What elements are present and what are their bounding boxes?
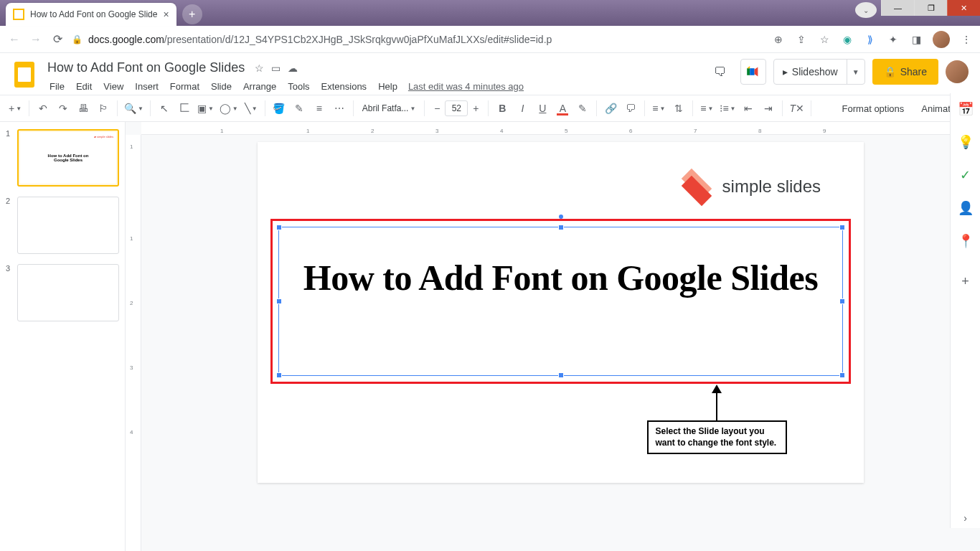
comments-button[interactable]: 🗨 <box>707 59 733 85</box>
maps-icon[interactable]: 📍 <box>958 234 973 248</box>
clear-format-button[interactable]: T✕ <box>787 99 806 118</box>
menu-view[interactable]: View <box>98 78 128 95</box>
move-icon[interactable]: ▭ <box>271 62 281 74</box>
italic-button[interactable]: I <box>513 99 532 118</box>
thumbnail-2[interactable]: 2 <box>6 197 119 254</box>
undo-button[interactable]: ↶ <box>34 99 52 118</box>
slides-logo-icon[interactable] <box>11 62 37 88</box>
menu-arrange[interactable]: Arrange <box>238 78 281 95</box>
cloud-status-icon[interactable]: ☁ <box>288 62 298 74</box>
window-close-button[interactable]: ✕ <box>947 0 980 16</box>
nav-forward-icon[interactable]: → <box>29 32 43 47</box>
add-addon-icon[interactable]: + <box>958 274 973 288</box>
decrease-indent-button[interactable]: ⇤ <box>739 99 758 118</box>
fill-color-button[interactable]: 🪣 <box>270 99 288 118</box>
extension-cast-icon[interactable]: ⟫ <box>864 33 877 46</box>
line-button[interactable]: ╲▼ <box>242 99 260 118</box>
print-button[interactable]: 🖶 <box>74 99 93 118</box>
bold-button[interactable]: B <box>493 99 512 118</box>
account-avatar[interactable] <box>946 60 969 83</box>
rotate-handle[interactable] <box>559 215 563 219</box>
font-size-input[interactable]: 52 <box>445 100 468 116</box>
slide-title-text[interactable]: How to Add Font on Google Slides <box>279 227 842 328</box>
numbered-list-button[interactable]: ≡▼ <box>697 99 716 118</box>
textbox-button[interactable]: ⼕ <box>175 99 194 118</box>
resize-handle-bc[interactable] <box>558 372 564 378</box>
chrome-menu-icon[interactable]: ⋮ <box>960 33 973 46</box>
link-button[interactable]: 🔗 <box>601 99 620 118</box>
share-button[interactable]: 🔒Share <box>872 59 938 85</box>
calendar-icon[interactable]: 📅 <box>958 102 973 116</box>
url-field[interactable]: 🔒 docs.google.com/presentation/d/12J_S4Y… <box>72 34 765 45</box>
thumbnail-3[interactable]: 3 <box>6 264 119 321</box>
zoom-icon[interactable]: ⊕ <box>772 33 785 46</box>
underline-button[interactable]: U <box>533 99 552 118</box>
selected-text-frame[interactable]: How to Add Font on Google Slides <box>278 227 843 376</box>
share-page-icon[interactable]: ⇪ <box>795 33 808 46</box>
browser-tab[interactable]: How to Add Font on Google Slide × <box>6 3 176 26</box>
font-size-increase-button[interactable]: + <box>468 100 484 117</box>
align-button[interactable]: ≡▼ <box>649 99 668 118</box>
increase-indent-button[interactable]: ⇥ <box>759 99 778 118</box>
comment-button[interactable]: 🗩 <box>621 99 640 118</box>
line-spacing-button[interactable]: ⇅ <box>669 99 688 118</box>
border-color-button[interactable]: ✎ <box>290 99 308 118</box>
window-minimize-button[interactable]: — <box>881 0 914 16</box>
document-title[interactable]: How to Add Font on Google Slides <box>44 59 248 77</box>
border-weight-button[interactable]: ≡ <box>310 99 329 118</box>
bulleted-list-button[interactable]: ⁝≡▼ <box>717 99 738 118</box>
keep-icon[interactable]: 💡 <box>958 135 973 149</box>
profile-avatar[interactable] <box>933 31 950 48</box>
image-button[interactable]: ▣▼ <box>195 99 216 118</box>
tasks-icon[interactable]: ✓ <box>958 168 973 182</box>
slideshow-button[interactable]: ▸Slideshow ▼ <box>773 59 865 85</box>
redo-button[interactable]: ↷ <box>54 99 72 118</box>
select-tool-button[interactable]: ↖ <box>155 99 174 118</box>
vertical-ruler[interactable]: 1 1 2 3 4 <box>126 135 141 551</box>
resize-handle-tr[interactable] <box>839 225 845 230</box>
resize-handle-bl[interactable] <box>276 372 282 378</box>
extension-grammarly-icon[interactable]: ◉ <box>841 33 854 46</box>
contacts-icon[interactable]: 👤 <box>958 201 973 215</box>
slideshow-dropdown-icon[interactable]: ▼ <box>847 68 864 76</box>
menu-format[interactable]: Format <box>165 78 204 95</box>
slide-canvas[interactable]: simple slides How to Add Font on Google … <box>258 142 864 483</box>
canvas-scroll[interactable]: simple slides How to Add Font on Google … <box>141 135 980 551</box>
nav-reload-icon[interactable]: ⟳ <box>50 32 65 47</box>
star-icon[interactable]: ☆ <box>255 62 264 74</box>
bookmark-icon[interactable]: ☆ <box>818 33 831 46</box>
format-options-button[interactable]: Format options <box>837 103 910 114</box>
resize-handle-mr[interactable] <box>839 298 845 304</box>
meet-button[interactable] <box>740 59 766 85</box>
resize-handle-ml[interactable] <box>276 298 282 304</box>
font-selector[interactable]: Abril Fatfa...▼ <box>358 99 420 118</box>
paint-format-button[interactable]: 🏳 <box>94 99 113 118</box>
extensions-icon[interactable]: ✦ <box>887 33 900 46</box>
new-tab-button[interactable]: + <box>182 4 202 24</box>
nav-back-icon[interactable]: ← <box>7 32 22 47</box>
shape-button[interactable]: ◯▼ <box>217 99 240 118</box>
resize-handle-br[interactable] <box>839 372 845 378</box>
menu-edit[interactable]: Edit <box>71 78 97 95</box>
text-color-button[interactable]: A <box>553 99 572 118</box>
chrome-account-icon[interactable]: ⌄ <box>855 2 877 18</box>
resize-handle-tc[interactable] <box>558 225 564 230</box>
new-slide-button[interactable]: +▼ <box>6 99 24 118</box>
menu-extensions[interactable]: Extensions <box>316 78 372 95</box>
last-edit-link[interactable]: Last edit was 4 minutes ago <box>408 81 524 92</box>
zoom-button[interactable]: 🔍▼ <box>122 99 146 118</box>
menu-insert[interactable]: Insert <box>130 78 164 95</box>
menu-tools[interactable]: Tools <box>283 78 314 95</box>
window-maximize-button[interactable]: ❐ <box>914 0 947 16</box>
side-panel-icon[interactable]: ◨ <box>910 33 923 46</box>
resize-handle-tl[interactable] <box>276 225 282 230</box>
horizontal-ruler[interactable]: 1 1 2 3 4 5 6 7 8 9 <box>141 122 980 135</box>
thumbnail-1[interactable]: 1 ▰ simple slidesHow to Add Font onGoogl… <box>6 129 119 187</box>
menu-file[interactable]: File <box>44 78 70 95</box>
close-tab-icon[interactable]: × <box>163 9 169 20</box>
highlight-button[interactable]: ✎ <box>573 99 592 118</box>
menu-slide[interactable]: Slide <box>206 78 237 95</box>
border-dash-button[interactable]: ⋯ <box>330 99 349 118</box>
hide-side-panel-icon[interactable]: › <box>963 512 967 524</box>
font-size-decrease-button[interactable]: − <box>429 100 445 117</box>
